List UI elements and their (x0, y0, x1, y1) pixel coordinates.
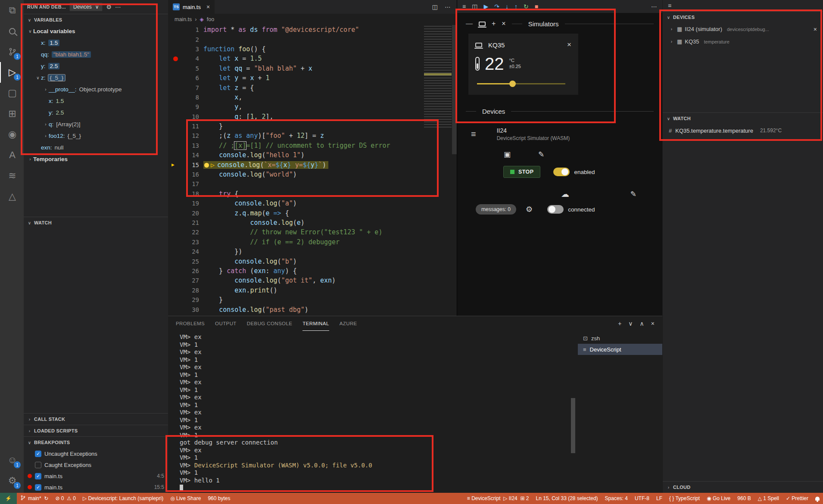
robot-icon[interactable]: ▣ (504, 150, 511, 159)
breakpoint-row[interactable]: ✓Uncaught Exceptions (24, 448, 168, 459)
devices-section-header[interactable]: ∨ DEVICES (663, 11, 823, 23)
status-language-mode[interactable]: { } TypeScript (666, 493, 703, 504)
gutter[interactable]: ▶15 (168, 162, 199, 168)
gutter[interactable]: 18 (168, 190, 199, 197)
status-prettier[interactable]: ✓ Prettier (782, 493, 812, 504)
breadcrumb-item-symbol[interactable]: foo (207, 16, 214, 22)
drag-handle[interactable]: — (466, 20, 473, 28)
variable-row[interactable]: ∨z:{_5_} (24, 72, 168, 84)
debug-stop-icon[interactable]: ■ (535, 3, 538, 10)
activity-testing-icon[interactable]: △ (0, 186, 24, 207)
watch-row[interactable]: #KQ35.temperature.temperature21.592°C (663, 124, 823, 137)
variable-row[interactable]: exn:null (24, 142, 168, 153)
gutter[interactable]: 27 (168, 277, 199, 284)
breakpoint-checkbox[interactable]: ✓ (35, 451, 41, 457)
status-remote-indicator[interactable]: ⚡ (0, 493, 17, 504)
gutter[interactable]: 16 (168, 171, 199, 178)
breakpoint-checkbox[interactable]: ✓ (35, 473, 41, 479)
code-area[interactable]: 1import * as ds from "@devicescript/core… (168, 25, 457, 316)
split-editor-icon[interactable]: ◫ (472, 3, 477, 10)
gear-icon[interactable]: ⚙ (526, 205, 533, 214)
gutter[interactable]: 3 (168, 46, 199, 53)
gutter[interactable]: 11 (168, 123, 199, 130)
status-cursor-position[interactable]: Ln 15, Col 33 (28 selected) (532, 493, 601, 504)
breakpoint-checkbox[interactable] (35, 462, 41, 468)
more-actions-icon[interactable]: ⋯ (115, 3, 121, 10)
variable-row[interactable]: ›__proto__:Object.prototype (24, 84, 168, 95)
gutter[interactable]: 2 (168, 36, 199, 43)
gutter[interactable]: 23 (168, 239, 199, 246)
terminal-output[interactable]: VM> exVM> 1VM> exVM> 1VM> exVM> 1VM> exV… (168, 331, 576, 493)
variable-row[interactable]: x:1.5 (24, 37, 168, 49)
device-watch-section-header[interactable]: ∨ WATCH (663, 112, 823, 124)
variable-row[interactable]: x:1.5 (24, 95, 168, 107)
breakpoint-row[interactable]: ✓main.ts15:5 (24, 482, 168, 493)
gutter[interactable]: 1 (168, 26, 199, 33)
panel-layout-icon[interactable]: ≡ (462, 3, 466, 10)
breakpoints-section-header[interactable]: ∨ BREAKPOINTS (24, 436, 168, 448)
activity-settings-icon[interactable]: ⚙1 (0, 470, 24, 491)
debug-step-over-icon[interactable]: ↷ (494, 3, 499, 10)
activity-accounts-icon[interactable]: ☺1 (0, 450, 24, 470)
breakpoint-dot-icon[interactable] (173, 56, 178, 61)
gutter[interactable]: 8 (168, 94, 199, 101)
variable-row[interactable]: ›Temporaries (24, 153, 168, 165)
status-eol[interactable]: LF (653, 493, 666, 504)
variable-row[interactable]: ∨Local variables (24, 25, 168, 37)
debug-restart-icon[interactable]: ↻ (524, 3, 529, 10)
gutter[interactable]: 29 (168, 296, 199, 303)
lightbulb-icon[interactable] (204, 163, 209, 168)
gutter[interactable]: 20 (168, 210, 199, 217)
gutter[interactable]: 25 (168, 258, 199, 265)
gutter[interactable]: 17 (168, 180, 199, 187)
add-simulator-button[interactable]: + (492, 20, 496, 28)
breadcrumb-item-file[interactable]: main.ts (175, 16, 192, 22)
edit-icon[interactable]: ✎ (538, 150, 544, 159)
activity-extensions-icon[interactable]: ⊞ (0, 103, 24, 124)
panel-tab-terminal[interactable]: TERMINAL (302, 316, 329, 331)
call-stack-section-header[interactable]: › CALL STACK (24, 413, 168, 425)
status-spell-checker[interactable]: △ 1 Spell (754, 493, 782, 504)
breakpoint-row[interactable]: ✓main.ts4:5 (24, 470, 168, 482)
activity-spell-checker-icon[interactable]: A (0, 145, 24, 165)
status-encoding[interactable]: UTF-8 (631, 493, 653, 504)
variable-row[interactable]: y:2.5 (24, 107, 168, 118)
gutter[interactable]: 7 (168, 84, 199, 91)
breakpoint-checkbox[interactable]: ✓ (35, 484, 41, 491)
variables-section-header[interactable]: ∨ VARIABLES (24, 14, 168, 25)
messages-pill[interactable]: messages: 0 (476, 204, 516, 215)
panel-tab-problems[interactable]: PROBLEMS (176, 316, 205, 331)
enabled-toggle[interactable] (553, 168, 570, 176)
gutter[interactable]: 6 (168, 75, 199, 81)
tab-main-ts[interactable]: TS main.ts × (168, 0, 215, 14)
activity-docker-icon[interactable]: ≋ (0, 165, 24, 186)
device-row[interactable]: ›▦KQ35temperature (663, 35, 823, 48)
variable-row[interactable]: ›q:[Array(2)] (24, 118, 168, 130)
debug-config-dropdown[interactable]: Devices ∨ (69, 3, 103, 11)
list-icon[interactable]: ≡ (668, 2, 671, 9)
minimap[interactable] (424, 26, 452, 128)
debug-continue-icon[interactable]: ▶ (483, 3, 488, 10)
gutter[interactable]: 9 (168, 103, 199, 110)
status-go-live[interactable]: ◉ Go Live (703, 493, 734, 504)
gutter[interactable]: 30 (168, 306, 199, 313)
status-file-bytes[interactable]: 960 bytes (204, 493, 234, 504)
debug-step-into-icon[interactable]: ↓ (505, 3, 508, 10)
gutter[interactable]: 13 (168, 142, 199, 149)
gutter[interactable]: 26 (168, 268, 199, 274)
status-problems[interactable]: ⊘ 0 ⚠ 0 (52, 493, 79, 504)
activity-explorer-icon[interactable]: ⧉ (0, 0, 24, 21)
variable-row[interactable]: ›foo12:{_5_} (24, 130, 168, 142)
status-live-share[interactable]: ◎ Live Share (167, 493, 204, 504)
slider-thumb[interactable] (509, 81, 516, 87)
gutter[interactable]: 10 (168, 113, 199, 120)
gutter[interactable]: 21 (168, 219, 199, 226)
terminal-dropdown-button[interactable]: ∨ (628, 320, 633, 327)
gutter[interactable]: 28 (168, 287, 199, 294)
loaded-scripts-section-header[interactable]: › LOADED SCRIPTS (24, 425, 168, 436)
split-editor-icon[interactable]: ◫ (432, 3, 438, 10)
watch-section-header[interactable]: ∨ WATCH (24, 217, 168, 228)
activity-github-icon[interactable]: ◉ (0, 124, 24, 145)
gutter[interactable]: 22 (168, 229, 199, 236)
editor-scrollbar[interactable] (452, 25, 457, 154)
